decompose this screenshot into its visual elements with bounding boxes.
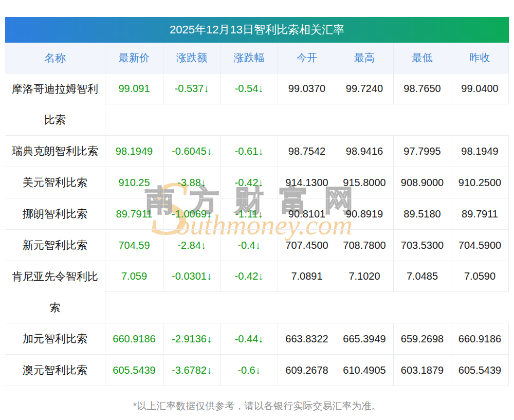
open-cell: 707.4500 (278, 230, 336, 261)
low-cell: 7.0485 (393, 261, 451, 292)
table-title-bar: 2025年12月13日智利比索相关汇率 (5, 17, 509, 43)
change-pct-cell: -0.42↓ (220, 167, 278, 198)
column-header-7: 最低 (393, 43, 451, 73)
latest-cell: 704.59 (105, 230, 163, 261)
high-cell: 99.7240 (336, 74, 393, 104)
high-cell: 98.9416 (336, 136, 393, 167)
low-cell: 603.1879 (393, 355, 451, 386)
name-cell: 挪朗智利比索 (5, 198, 105, 229)
exchange-rate-page: S 南方财富网 outhmoney.com 2025年12月13日智利比索相关汇… (0, 0, 514, 420)
table-row: 澳元智利比索605.5439-3.6782↓-0.6↓609.2678610.4… (5, 354, 509, 386)
page-title: 2025年12月13日智利比索相关汇率 (170, 22, 344, 38)
change-pct-cell: -0.61↓ (220, 136, 278, 167)
column-header-3: 涨跌额 (163, 43, 220, 73)
change-pct-cell: -0.6↓ (220, 355, 278, 386)
high-cell: 915.8000 (336, 167, 393, 198)
open-cell: 663.8322 (278, 323, 336, 354)
change-pct-cell: -1.11↓ (220, 198, 278, 229)
open-cell: 609.2678 (278, 355, 336, 386)
high-cell: 7.1020 (336, 261, 393, 292)
change-cell: -3.88↓ (163, 167, 220, 198)
name-cell: 美元智利比索 (5, 167, 105, 198)
change-cell: -2.9136↓ (163, 323, 220, 354)
latest-cell: 910.25 (105, 167, 163, 198)
change-pct-cell: -0.42↓ (220, 261, 278, 292)
open-cell: 7.0891 (278, 261, 336, 292)
table-body: 摩洛哥迪拉姆智利比索99.091-0.537↓-0.54↓99.037099.7… (5, 73, 509, 386)
prev-close-cell: 910.2500 (451, 167, 509, 198)
prev-close-cell: 99.0400 (451, 74, 509, 104)
name-cell: 新元智利比索 (5, 230, 105, 261)
prev-close-cell: 704.5900 (451, 230, 509, 261)
table-row: 加元智利比索660.9186-2.9136↓-0.44↓663.8322665.… (5, 323, 509, 354)
name-cell: 瑞典克朗智利比索 (5, 136, 105, 167)
name-cell: 肯尼亚先令智利比索 (5, 261, 105, 323)
column-header-1: 名称 (5, 43, 105, 73)
table-row: 新元智利比索704.59-2.84↓-0.4↓707.4500708.78007… (5, 229, 509, 261)
latest-cell: 660.9186 (105, 323, 163, 354)
name-cell: 加元智利比索 (5, 323, 105, 354)
disclaimer-text: *以上汇率数据仅供参考，请以各银行实际交易汇率为准。 (5, 399, 509, 413)
change-cell: -0.0301↓ (163, 261, 220, 292)
low-cell: 908.9000 (393, 167, 451, 198)
latest-cell: 605.5439 (105, 355, 163, 386)
latest-cell: 7.059 (105, 261, 163, 292)
open-cell: 90.8101 (278, 198, 336, 229)
low-cell: 659.2698 (393, 323, 451, 354)
open-cell: 99.0370 (278, 74, 336, 104)
latest-cell: 98.1949 (105, 136, 163, 167)
column-header-4: 涨跌幅 (220, 43, 278, 73)
prev-close-cell: 660.9186 (451, 323, 509, 354)
table-row: 瑞典克朗智利比索98.1949-0.6045↓-0.61↓98.754298.9… (5, 135, 509, 167)
prev-close-cell: 605.5439 (451, 355, 509, 386)
prev-close-cell: 89.7911 (451, 198, 509, 229)
high-cell: 90.8919 (336, 198, 393, 229)
prev-close-cell: 98.1949 (451, 136, 509, 167)
high-cell: 665.3949 (336, 323, 393, 354)
rates-table-container: 2025年12月13日智利比索相关汇率 名称最新价涨跌额涨跌幅今开最高最低昨收 … (5, 17, 509, 413)
name-cell: 摩洛哥迪拉姆智利比索 (5, 74, 105, 135)
name-cell: 澳元智利比索 (5, 355, 105, 386)
open-cell: 98.7542 (278, 136, 336, 167)
change-pct-cell: -0.54↓ (220, 74, 278, 104)
change-cell: -0.6045↓ (163, 136, 220, 167)
change-cell: -0.537↓ (163, 74, 220, 104)
change-cell: -1.0069↓ (163, 198, 220, 229)
prev-close-cell: 7.0590 (451, 261, 509, 292)
open-cell: 914.1300 (278, 167, 336, 198)
low-cell: 97.7995 (393, 136, 451, 167)
table-row: 摩洛哥迪拉姆智利比索99.091-0.537↓-0.54↓99.037099.7… (5, 73, 509, 135)
low-cell: 703.5300 (393, 230, 451, 261)
change-cell: -3.6782↓ (163, 355, 220, 386)
low-cell: 89.5180 (393, 198, 451, 229)
latest-cell: 89.7911 (105, 198, 163, 229)
column-header-5: 今开 (278, 43, 336, 73)
table-row: 美元智利比索910.25-3.88↓-0.42↓914.1300915.8000… (5, 167, 509, 198)
table-row: 挪朗智利比索89.7911-1.0069↓-1.11↓90.810190.891… (5, 198, 509, 229)
high-cell: 708.7800 (336, 230, 393, 261)
change-cell: -2.84↓ (163, 230, 220, 261)
column-header-6: 最高 (336, 43, 393, 73)
column-header-8: 昨收 (451, 43, 509, 73)
table-row: 肯尼亚先令智利比索7.059-0.0301↓-0.42↓7.08917.1020… (5, 261, 509, 323)
rates-table: 名称最新价涨跌额涨跌幅今开最高最低昨收 摩洛哥迪拉姆智利比索99.091-0.5… (5, 43, 509, 386)
high-cell: 610.4905 (336, 355, 393, 386)
change-pct-cell: -0.44↓ (220, 323, 278, 354)
column-header-2: 最新价 (105, 43, 163, 73)
table-header-row: 名称最新价涨跌额涨跌幅今开最高最低昨收 (5, 43, 509, 73)
latest-cell: 99.091 (105, 74, 163, 104)
low-cell: 98.7650 (393, 74, 451, 104)
change-pct-cell: -0.4↓ (220, 230, 278, 261)
